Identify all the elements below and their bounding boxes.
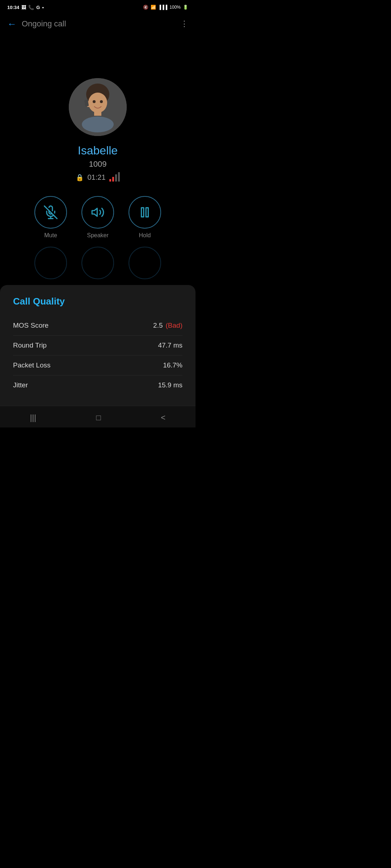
mute-icon: 🔇 [143, 5, 148, 10]
signal-icon: ▐▐▐ [158, 5, 168, 10]
avatar [69, 78, 127, 136]
nav-recent-apps-button[interactable]: ||| [30, 413, 36, 422]
svg-point-7 [93, 100, 96, 103]
svg-rect-13 [142, 208, 144, 217]
more-control-1[interactable] [34, 247, 67, 279]
hold-circle [129, 196, 161, 229]
call-controls-row: Mute Speaker Hold [0, 196, 196, 239]
caller-name: Isabelle [78, 144, 118, 157]
jitter-row: Jitter 15.9 ms [13, 375, 182, 395]
nav-back-button[interactable]: < [161, 413, 165, 422]
google-icon: G [36, 5, 40, 10]
call-status-row: 🔒 01:21 [76, 173, 119, 182]
packet-loss-label: Packet Loss [13, 361, 51, 369]
mute-button[interactable]: Mute [34, 196, 67, 239]
wifi-icon: 📶 [151, 5, 156, 10]
battery-display: 100% [169, 5, 181, 10]
more-options-button[interactable]: ⋮ [180, 19, 188, 29]
photo-icon: 🖼 [21, 5, 26, 10]
dot-icon: • [42, 5, 44, 10]
more-control-circle-3 [129, 247, 161, 279]
bar-2 [112, 177, 114, 182]
battery-icon: 🔋 [183, 5, 188, 10]
mute-label: Mute [44, 232, 57, 239]
round-trip-label: Round Trip [13, 341, 47, 349]
status-bar: 10:34 🖼 📞 G • 🔇 📶 ▐▐▐ 100% 🔋 [0, 0, 196, 13]
packet-loss-row: Packet Loss 16.7% [13, 356, 182, 375]
mos-score-label: MOS Score [13, 322, 49, 329]
signal-quality-bars [109, 174, 120, 182]
speaker-button[interactable]: Speaker [81, 196, 114, 239]
call-status-icon: 📞 [28, 5, 34, 10]
call-timer: 01:21 [87, 173, 105, 182]
mos-score-row: MOS Score 2.5(Bad) [13, 316, 182, 336]
more-control-2[interactable] [81, 247, 114, 279]
time-display: 10:34 [7, 5, 19, 10]
speaker-label: Speaker [87, 232, 109, 239]
status-left: 10:34 🖼 📞 G • [7, 5, 44, 10]
hold-label: Hold [139, 232, 151, 239]
caller-number: 1009 [89, 159, 107, 169]
mute-circle [34, 196, 67, 229]
round-trip-row: Round Trip 47.7 ms [13, 336, 182, 356]
call-quality-title: Call Quality [13, 296, 182, 307]
top-bar: ← Ongoing call ⋮ [0, 13, 196, 35]
navigation-bar: ||| □ < [0, 406, 196, 427]
svg-point-8 [100, 100, 103, 103]
lock-icon: 🔒 [76, 174, 84, 182]
round-trip-value: 47.7 ms [158, 341, 182, 349]
more-control-circle-2 [81, 247, 114, 279]
svg-rect-3 [94, 110, 101, 116]
svg-point-4 [82, 116, 114, 132]
call-quality-panel: Call Quality MOS Score 2.5(Bad) Round Tr… [0, 285, 196, 406]
nav-home-button[interactable]: □ [96, 413, 101, 422]
back-button[interactable]: ← [7, 18, 17, 30]
svg-point-2 [88, 93, 107, 113]
bar-3 [115, 174, 117, 182]
more-control-circle-1 [34, 247, 67, 279]
svg-marker-12 [92, 208, 97, 216]
call-controls-row-2 [0, 247, 196, 279]
packet-loss-value: 16.7% [163, 361, 182, 369]
hold-button[interactable]: Hold [129, 196, 161, 239]
page-title: Ongoing call [22, 19, 180, 29]
jitter-label: Jitter [13, 381, 28, 389]
svg-rect-14 [146, 208, 148, 217]
bar-4 [118, 172, 120, 182]
mos-score-badge: (Bad) [166, 322, 182, 329]
bar-1 [109, 179, 111, 182]
avatar-section: Isabelle 1009 🔒 01:21 [0, 78, 196, 182]
speaker-circle [81, 196, 114, 229]
more-control-3[interactable] [129, 247, 161, 279]
mos-score-value: 2.5(Bad) [153, 322, 182, 329]
status-right: 🔇 📶 ▐▐▐ 100% 🔋 [143, 5, 188, 10]
jitter-value: 15.9 ms [158, 381, 182, 389]
